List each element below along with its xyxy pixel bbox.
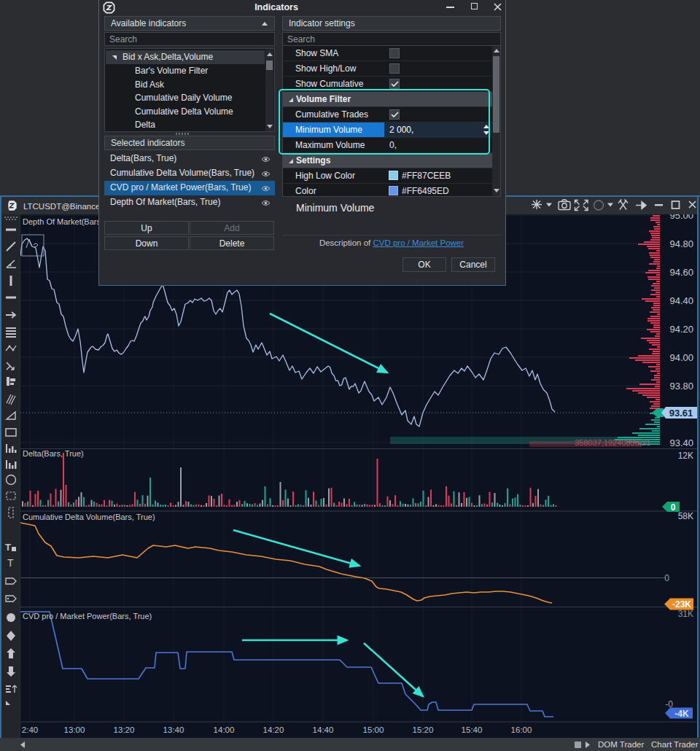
svg-text:93.40: 93.40 xyxy=(669,437,693,448)
svg-text:94.00: 94.00 xyxy=(669,352,693,363)
svg-text:14:40: 14:40 xyxy=(313,725,334,734)
svg-text:15:20: 15:20 xyxy=(413,725,434,734)
svg-text:Cumulative Delta Volume(Bars,: Cumulative Delta Volume(Bars, True) xyxy=(23,513,155,521)
svg-text:94.60: 94.60 xyxy=(669,267,693,278)
svg-text:94.80: 94.80 xyxy=(669,238,693,249)
svg-text:2:40: 2:40 xyxy=(22,725,38,734)
svg-text:CVD pro / Market Power(Bars, T: CVD pro / Market Power(Bars, True) xyxy=(23,612,152,620)
svg-text:95.00: 95.00 xyxy=(669,214,693,221)
svg-text:15:40: 15:40 xyxy=(462,725,483,734)
svg-text:14:20: 14:20 xyxy=(263,725,284,734)
svg-text:93.80: 93.80 xyxy=(669,381,693,392)
svg-text:13:20: 13:20 xyxy=(114,725,135,734)
svg-text:58K: 58K xyxy=(678,511,693,521)
svg-text:13:40: 13:40 xyxy=(163,725,184,734)
svg-text:T: T xyxy=(7,557,14,569)
svg-text:T: T xyxy=(5,542,11,553)
svg-text:15:00: 15:00 xyxy=(363,725,384,734)
svg-text:16:00: 16:00 xyxy=(511,725,532,734)
svg-text:93.61: 93.61 xyxy=(669,408,693,419)
svg-text:31K: 31K xyxy=(678,609,693,619)
svg-text:240836,21: 240836,21 xyxy=(612,438,650,447)
svg-text:-23K: -23K xyxy=(672,599,691,610)
svg-text:358037,19: 358037,19 xyxy=(575,438,612,447)
svg-text:94.20: 94.20 xyxy=(669,324,693,335)
svg-text:Delta(Bars, True): Delta(Bars, True) xyxy=(23,449,84,458)
svg-text:14:00: 14:00 xyxy=(214,725,235,734)
svg-text:-4K: -4K xyxy=(674,709,689,719)
svg-text:12K: 12K xyxy=(678,451,693,461)
svg-text:94.40: 94.40 xyxy=(669,295,693,306)
svg-text:0: 0 xyxy=(671,502,676,513)
svg-text:0: 0 xyxy=(664,573,669,583)
svg-text:13:00: 13:00 xyxy=(64,725,85,734)
